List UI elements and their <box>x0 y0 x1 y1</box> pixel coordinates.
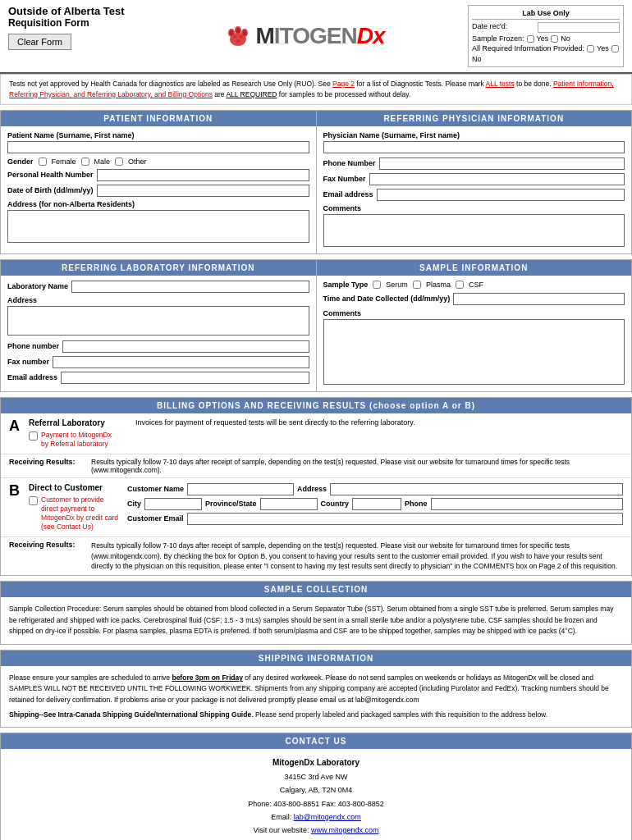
gender-label: Gender <box>7 158 34 166</box>
comments-label: Comments <box>323 204 625 212</box>
contact-address1: 3415C 3rd Ave NW <box>7 770 625 783</box>
male-label: Male <box>94 158 111 166</box>
all-required-yes-checkbox[interactable] <box>587 45 594 52</box>
sample-collection-text: Sample Collection Procedure: Serum sampl… <box>9 604 623 637</box>
dob-input[interactable] <box>97 185 309 197</box>
shipping-guide-text: Shipping--See Intra-Canada Shipping Guid… <box>9 710 623 721</box>
time-date-label: Time and Date Collected (dd/mm/yy) <box>323 294 451 303</box>
receiving-text-a: Results typically follow 7-10 days after… <box>91 458 623 474</box>
option-b-title: Direct to Customer <box>29 483 119 492</box>
receiving-text-b: Results typically follow 7-10 days after… <box>91 541 623 572</box>
svg-point-6 <box>242 30 246 36</box>
customer-name-input[interactable] <box>187 483 294 495</box>
svg-point-8 <box>239 35 243 39</box>
lab-address-input[interactable] <box>7 306 309 336</box>
email-label: Email address <box>323 190 373 199</box>
lab-email-input[interactable] <box>61 372 309 384</box>
contact-phone: Phone: 403-800-8851 Fax: 403-800-8852 <box>7 797 625 810</box>
lab-fax-input[interactable] <box>53 356 309 368</box>
dob-label: Date of Birth (dd/mm/yy) <box>7 186 94 194</box>
patient-name-input[interactable] <box>7 141 309 153</box>
lab-use-title: Lab Use Only <box>472 9 620 20</box>
male-checkbox[interactable] <box>81 158 89 166</box>
province-label: Province/State <box>205 500 257 508</box>
phn-input[interactable] <box>97 169 309 181</box>
yes1-label: Yes <box>537 34 549 43</box>
logo-area: MITOGENDx <box>148 5 460 67</box>
country-label: Country <box>321 500 350 508</box>
address-input[interactable] <box>7 210 309 243</box>
contact-info: MitogenDx Laboratory 3415C 3rd Ave NW Ca… <box>1 749 631 840</box>
email-input[interactable] <box>377 189 625 201</box>
contact-website: www.mitogendx.com <box>311 826 379 834</box>
lab-fax-label: Fax number <box>7 358 49 366</box>
no2-label: No <box>472 55 482 63</box>
plasma-checkbox[interactable] <box>413 281 421 289</box>
contact-section: CONTACT US MitogenDx Laboratory 3415C 3r… <box>0 733 632 840</box>
svg-point-4 <box>229 30 233 36</box>
header-left: Outside of Alberta Test Requisition Form… <box>8 5 140 67</box>
option-b-letter: B <box>9 482 20 499</box>
billing-address-input[interactable] <box>330 483 623 495</box>
all-tests-link: ALL tests <box>486 80 515 88</box>
contact-address2: Calgary, AB, T2N 0M4 <box>7 783 625 797</box>
lab-use-box: Lab Use Only Date rec'd: Sample Frozen: … <box>468 5 624 67</box>
lab-address-label: Address <box>7 296 309 304</box>
lab-email-label: Email address <box>7 373 57 381</box>
lab-phone-label: Phone number <box>7 342 59 350</box>
contact-email: lab@mitogendx.com <box>294 813 361 821</box>
billing-address-label: Address <box>297 485 327 493</box>
time-date-input[interactable] <box>453 293 625 305</box>
yes2-label: Yes <box>597 44 609 52</box>
sample-frozen-yes-checkbox[interactable] <box>527 35 534 43</box>
province-input[interactable] <box>260 498 318 510</box>
fax-input[interactable] <box>369 173 625 185</box>
option-a-desc: Invoices for payment of requested tests … <box>135 418 415 427</box>
option-a-letter: A <box>9 418 20 434</box>
contact-email-row: Email: lab@mitogendx.com <box>7 810 625 824</box>
clear-form-button[interactable]: Clear Form <box>8 34 71 50</box>
option-b-checkbox-label: Customer to provide direct payment to Mi… <box>41 495 119 532</box>
other-label: Other <box>128 158 147 166</box>
notice-bar: Tests not yet approved by Health Canada … <box>0 74 632 105</box>
city-input[interactable] <box>144 498 202 510</box>
all-required-span: ALL REQUIRED <box>226 90 277 98</box>
option-b-checkbox[interactable] <box>29 496 38 505</box>
billing-section: BILLING OPTIONS AND RECEIVING RESULTS (c… <box>0 397 632 577</box>
lab-info-header: REFERRING LABORATORY INFORMATION <box>1 260 316 276</box>
all-required-no-checkbox[interactable] <box>611 45 619 52</box>
lab-phone-input[interactable] <box>62 340 309 353</box>
csf-checkbox[interactable] <box>456 281 464 289</box>
phone-input[interactable] <box>379 158 625 170</box>
other-checkbox[interactable] <box>115 158 123 166</box>
sample-comments-input[interactable] <box>323 319 625 385</box>
physician-name-input[interactable] <box>323 141 625 153</box>
option-a-checkbox[interactable] <box>29 431 38 441</box>
patient-info-header: PATIENT INFORMATION <box>1 111 316 126</box>
receiving-label-b: Receiving Results: <box>9 541 91 572</box>
sample-collection-section: SAMPLE COLLECTION Sample Collection Proc… <box>0 581 632 645</box>
female-checkbox[interactable] <box>39 158 47 166</box>
date-rec-input[interactable] <box>538 22 620 33</box>
billing-phone-input[interactable] <box>431 498 623 510</box>
shipping-header: SHIPPING INFORMATION <box>1 651 631 666</box>
comments-input[interactable] <box>323 214 625 247</box>
serum-checkbox[interactable] <box>373 281 381 289</box>
contact-email-label: Email: <box>271 813 291 821</box>
address-label: Address (for non-Alberta Residents) <box>7 200 309 208</box>
no1-label: No <box>561 34 570 43</box>
country-input[interactable] <box>352 498 401 510</box>
patient-physician-section: PATIENT INFORMATION Patient Name (Surnam… <box>0 110 632 254</box>
form-title-line2: Requisition Form <box>8 17 140 29</box>
physician-name-label: Physician Name (Surname, First name) <box>323 131 625 139</box>
billing-phone-label: Phone <box>405 500 428 508</box>
phn-label: Personal Health Number <box>7 171 94 179</box>
customer-email-input[interactable] <box>187 513 623 525</box>
lab-name-input[interactable] <box>71 281 309 293</box>
sample-frozen-no-checkbox[interactable] <box>551 35 558 43</box>
svg-point-7 <box>232 35 236 39</box>
all-required-label: All Required Information Provided: <box>472 44 584 52</box>
physician-info-header: REFERRING PHYSICIAN INFORMATION <box>317 111 632 126</box>
logo-paw-icon <box>223 21 253 51</box>
shipping-text: Please ensure your samples are scheduled… <box>9 673 623 706</box>
